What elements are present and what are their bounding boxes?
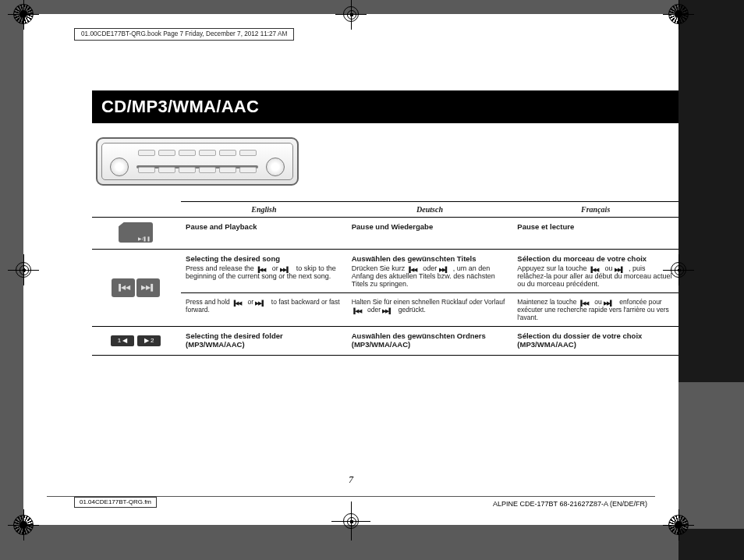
crop-mark-mid-top bbox=[335, 0, 367, 30]
prev-track-icon bbox=[256, 266, 270, 272]
instruction-table: English Deutsch Français Pause and Playb… bbox=[92, 201, 678, 356]
row-title: Auswählen des gewünschten Titels bbox=[352, 254, 507, 263]
row-body: Maintenez la touche ou enfoncée pour exé… bbox=[512, 293, 678, 327]
header-file-stamp: 01.00CDE177BT-QRG.book Page 7 Friday, De… bbox=[74, 28, 294, 41]
crop-mark-bottom-right bbox=[663, 509, 694, 541]
next-track-icon bbox=[255, 299, 269, 306]
page-number: 7 bbox=[349, 474, 353, 486]
row-body: Drücken Sie kurz oder , um an den Anfang… bbox=[352, 264, 495, 288]
col-header-english: English bbox=[181, 202, 347, 218]
col-header-deutsch: Deutsch bbox=[347, 202, 513, 218]
prev-track-icon bbox=[352, 307, 366, 314]
crop-mark-top-left bbox=[8, 0, 39, 30]
crop-mark-mid-bottom bbox=[331, 502, 370, 541]
document-page: 01.00CDE177BT-QRG.book Page 7 Friday, De… bbox=[23, 14, 678, 525]
col-header-francais: Français bbox=[512, 202, 678, 218]
next-track-icon bbox=[439, 266, 453, 272]
crop-mark-mid-left bbox=[8, 254, 39, 285]
skip-prev-icon: ▐◀◀ bbox=[112, 278, 135, 297]
folder-1-2-buttons-icon: 1 ◀ ▶ 2 bbox=[92, 327, 181, 356]
next-track-icon bbox=[382, 307, 396, 314]
row-title: Auswählen des gewünschten Ordners (MP3/W… bbox=[352, 331, 507, 349]
section-title: CD/MP3/WMA/AAC bbox=[92, 90, 678, 123]
table-row: ▐◀◀ ▶▶▌ Selecting the desired song Press… bbox=[92, 250, 678, 293]
row-body: Halten Sie für einen schnellen Rücklauf … bbox=[347, 293, 513, 327]
crop-mark-bottom-left bbox=[8, 509, 39, 541]
prev-track-icon bbox=[232, 299, 246, 306]
row-title: Pause and Playback bbox=[186, 222, 341, 231]
prev-track-icon bbox=[589, 266, 603, 272]
prev-track-icon bbox=[407, 266, 421, 272]
next-track-icon bbox=[615, 266, 629, 272]
row-body: Press and hold or to fast backward or fa… bbox=[181, 293, 347, 327]
next-track-icon bbox=[604, 299, 618, 306]
crop-mark-top-right bbox=[663, 0, 694, 30]
prev-track-icon bbox=[579, 299, 593, 306]
skip-prev-next-buttons-icon: ▐◀◀ ▶▶▌ bbox=[92, 250, 181, 327]
row-title: Pause et lecture bbox=[517, 222, 672, 231]
row-title: Sélection du morceau de votre choix bbox=[517, 254, 672, 263]
row-title: Pause und Wiedergabe bbox=[352, 222, 507, 231]
skip-next-icon: ▶▶▌ bbox=[136, 278, 160, 297]
next-track-icon bbox=[280, 266, 294, 272]
footer-file-stamp: 01.04CDE177BT-QRG.fm bbox=[74, 497, 157, 508]
pause-play-button-icon bbox=[92, 218, 181, 250]
row-body: Appuyez sur la touche ou , puis relâchez… bbox=[517, 264, 671, 288]
folder-prev-icon: 1 ◀ bbox=[111, 335, 134, 346]
car-stereo-illustration bbox=[96, 137, 299, 186]
row-title: Selecting the desired song bbox=[186, 254, 341, 263]
footer-model-code: ALPINE CDE-177BT 68-21627Z87-A (EN/DE/FR… bbox=[493, 500, 647, 508]
row-title: Selecting the desired folder (MP3/WMA/AA… bbox=[186, 331, 341, 349]
table-row: Pause and Playback Pause und Wiedergabe … bbox=[92, 218, 678, 250]
left-knob-icon bbox=[110, 158, 129, 176]
right-knob-icon bbox=[266, 158, 285, 176]
table-header-row: English Deutsch Français bbox=[92, 202, 678, 218]
row-title: Sélection du dossier de votre choix (MP3… bbox=[517, 331, 672, 349]
table-row: 1 ◀ ▶ 2 Selecting the desired folder (MP… bbox=[92, 327, 678, 356]
folder-next-icon: ▶ 2 bbox=[137, 335, 161, 346]
row-body: Press and release the or to skip to the … bbox=[186, 264, 336, 280]
